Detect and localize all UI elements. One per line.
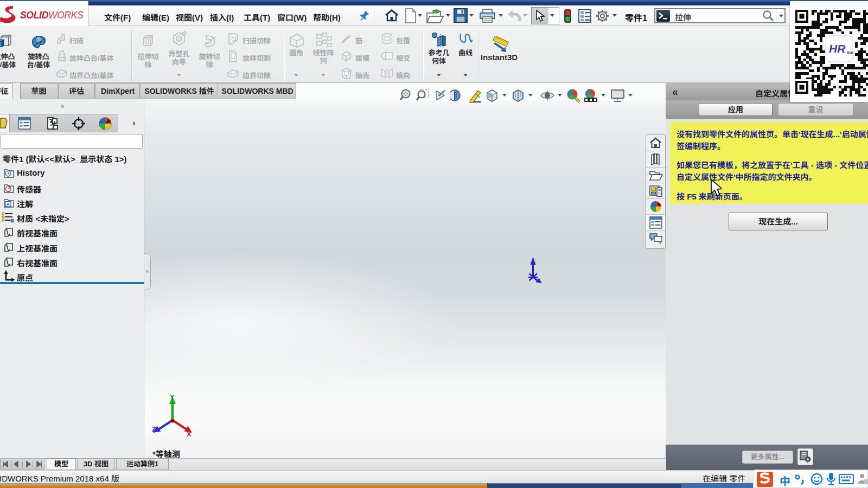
svg-text:HR: HR — [829, 42, 846, 55]
svg-text:A: A — [7, 202, 10, 207]
svg-text:808: 808 — [847, 51, 853, 55]
svg-text:Z: Z — [152, 425, 156, 433]
svg-text:X: X — [187, 430, 192, 437]
svg-text:Y: Y — [170, 393, 175, 401]
